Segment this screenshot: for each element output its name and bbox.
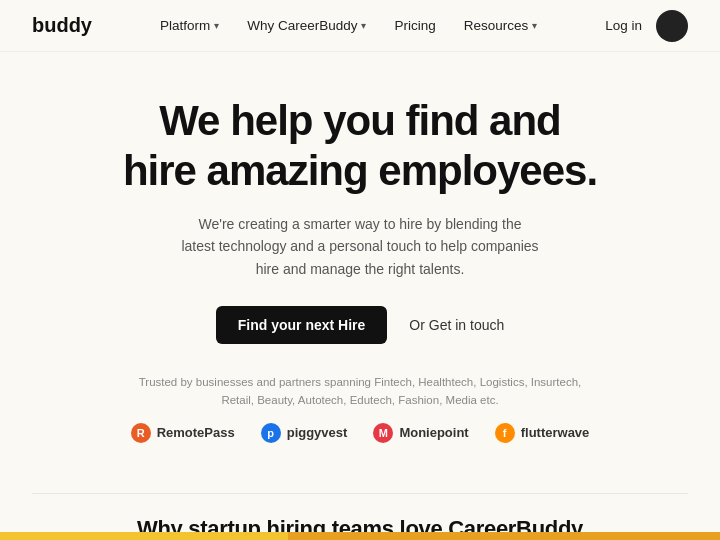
moniepoint-icon: M: [373, 423, 393, 443]
chevron-down-icon: ▾: [532, 20, 537, 31]
logo-remotepass: R RemotePass: [131, 423, 235, 443]
find-hire-button[interactable]: Find your next Hire: [216, 306, 388, 344]
section-divider: [32, 493, 688, 494]
avatar[interactable]: [656, 10, 688, 42]
remotepass-icon: R: [131, 423, 151, 443]
flutterwave-icon: f: [495, 423, 515, 443]
hero-subtitle: We're creating a smarter way to hire by …: [180, 213, 540, 280]
nav-pricing[interactable]: Pricing: [394, 18, 435, 33]
nav-links: Platform ▾ Why CareerBuddy ▾ Pricing Res…: [160, 18, 537, 33]
logo-moniepoint: M Moniepoint: [373, 423, 468, 443]
hero-actions: Find your next Hire Or Get in touch: [32, 306, 688, 344]
chevron-down-icon: ▾: [361, 20, 366, 31]
nav-resources[interactable]: Resources ▾: [464, 18, 538, 33]
navbar: buddy Platform ▾ Why CareerBuddy ▾ Prici…: [0, 0, 720, 52]
get-in-touch-link[interactable]: Or Get in touch: [409, 317, 504, 333]
nav-platform[interactable]: Platform ▾: [160, 18, 219, 33]
partner-logos: R RemotePass p piggyvest M Moniepoint f …: [32, 423, 688, 443]
trusted-text: Trusted by businesses and partners spann…: [32, 374, 688, 409]
logo[interactable]: buddy: [32, 14, 92, 37]
logo-piggyvest: p piggyvest: [261, 423, 348, 443]
logo-flutterwave: f flutterwave: [495, 423, 590, 443]
login-button[interactable]: Log in: [605, 18, 642, 33]
bottom-bar: [0, 532, 720, 540]
hero-title: We help you find and hire amazing employ…: [32, 96, 688, 195]
trusted-section: Trusted by businesses and partners spann…: [32, 374, 688, 443]
hero-section: We help you find and hire amazing employ…: [0, 52, 720, 493]
nav-right: Log in: [605, 10, 688, 42]
nav-why-careerbuddy[interactable]: Why CareerBuddy ▾: [247, 18, 366, 33]
chevron-down-icon: ▾: [214, 20, 219, 31]
piggyvest-icon: p: [261, 423, 281, 443]
